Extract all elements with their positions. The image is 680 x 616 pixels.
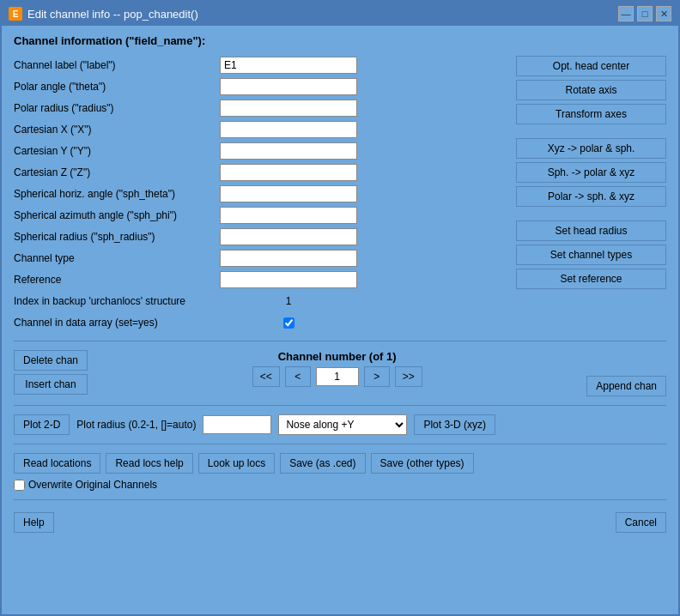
- field-input-z[interactable]: [220, 164, 357, 181]
- field-label-5: Cartesian Z ("Z"): [14, 166, 220, 178]
- field-label-9: Channel type: [14, 252, 220, 264]
- field-label-8: Spherical radius ("sph_radius"): [14, 231, 220, 243]
- divider-1: [14, 341, 666, 341]
- field-row-x: Cartesian X ("X"): [14, 120, 507, 139]
- field-label-10: Reference: [14, 274, 220, 286]
- field-label-0: Channel label ("label"): [14, 59, 220, 71]
- prev-button[interactable]: <: [285, 366, 311, 387]
- channel-number-input[interactable]: [316, 367, 359, 386]
- nav-buttons-row: << < > >>: [252, 366, 422, 387]
- field-label-7: Spherical azimuth angle ("sph_phi"): [14, 209, 220, 221]
- field-row-theta: Polar angle ("theta"): [14, 77, 507, 96]
- look-up-locs-button[interactable]: Look up locs: [198, 453, 275, 474]
- overwrite-row: Overwrite Original Channels: [14, 479, 666, 491]
- divider-4: [14, 499, 666, 500]
- field-label-3: Cartesian X ("X"): [14, 124, 220, 136]
- right-spacer-1: [516, 128, 666, 135]
- minimize-button[interactable]: —: [618, 6, 634, 21]
- field-label-4: Cartesian Y ("Y"): [14, 145, 220, 157]
- field-row-inarray: Channel in data array (set=yes): [14, 313, 507, 332]
- help-button[interactable]: Help: [14, 512, 54, 533]
- next-next-button[interactable]: >>: [395, 366, 422, 387]
- cancel-button[interactable]: Cancel: [616, 512, 666, 533]
- field-label-1: Polar angle ("theta"): [14, 81, 220, 93]
- main-content: Channel information ("field_name"): Chan…: [2, 26, 678, 614]
- window-title: Edit channel info -- pop_chanedit(): [27, 8, 198, 21]
- field-row-spht: Spherical horiz. angle ("sph_theta"): [14, 184, 507, 203]
- titlebar-left: E Edit channel info -- pop_chanedit(): [9, 7, 198, 21]
- field-row-chantype: Channel type: [14, 249, 507, 268]
- append-col: Append chan: [586, 350, 666, 396]
- insert-chan-button[interactable]: Insert chan: [14, 374, 88, 395]
- field-row-sphp: Spherical azimuth angle ("sph_phi"): [14, 206, 507, 225]
- locations-row: Read locations Read locs help Look up lo…: [14, 453, 666, 474]
- field-value-index: 1: [220, 295, 357, 307]
- chan-nav-area: Channel number (of 1) << < > >>: [96, 350, 578, 387]
- channel-number-label: Channel number (of 1): [278, 350, 397, 363]
- sph-polar-xyz-button[interactable]: Sph. -> polar & xyz: [516, 162, 666, 183]
- field-row-y: Cartesian Y ("Y"): [14, 142, 507, 160]
- field-input-theta[interactable]: [220, 78, 357, 95]
- xyz-polar-sph-button[interactable]: Xyz -> polar & sph.: [516, 138, 666, 159]
- delete-chan-button[interactable]: Delete chan: [14, 350, 88, 371]
- field-input-spht[interactable]: [220, 185, 357, 202]
- fields-left: Channel label ("label") Polar angle ("th…: [14, 56, 507, 332]
- field-label-2: Polar radius ("radius"): [14, 102, 220, 114]
- app-icon: E: [9, 7, 22, 21]
- opt-head-center-button[interactable]: Opt. head center: [516, 56, 666, 76]
- prev-prev-button[interactable]: <<: [252, 366, 280, 387]
- set-head-radius-button[interactable]: Set head radius: [516, 220, 666, 241]
- titlebar-controls: — □ ✕: [618, 6, 671, 21]
- close-button[interactable]: ✕: [656, 6, 671, 21]
- right-buttons-area: Opt. head center Rotate axis Transform a…: [516, 56, 666, 332]
- plot2d-button[interactable]: Plot 2-D: [14, 414, 70, 435]
- nose-select[interactable]: Nose along +Y Nose along +X Nose along -…: [278, 414, 407, 435]
- field-input-sphr[interactable]: [220, 228, 357, 245]
- read-locs-help-button[interactable]: Read locs help: [106, 453, 192, 474]
- footer-row: Help Cancel: [14, 512, 666, 533]
- field-input-chantype[interactable]: [220, 250, 357, 267]
- transform-axes-button[interactable]: Transform axes: [516, 104, 666, 124]
- field-label-12: Channel in data array (set=yes): [14, 317, 220, 329]
- plot3d-button[interactable]: Plot 3-D (xyz): [414, 414, 495, 435]
- save-ced-button[interactable]: Save (as .ced): [280, 453, 365, 474]
- field-input-ref[interactable]: [220, 271, 357, 288]
- set-channel-types-button[interactable]: Set channel types: [516, 245, 666, 265]
- plot-radius-input[interactable]: [203, 415, 271, 434]
- plot-row: Plot 2-D Plot radius (0.2-1, []=auto) No…: [14, 414, 666, 435]
- divider-3: [14, 444, 666, 444]
- fields-area: Channel label ("label") Polar angle ("th…: [14, 56, 666, 332]
- section-title: Channel information ("field_name"):: [14, 34, 666, 47]
- delete-insert-col: Delete chan Insert chan: [14, 350, 88, 395]
- field-input-sphp[interactable]: [220, 207, 357, 224]
- field-row-index: Index in backup 'urchanlocs' structure 1: [14, 292, 507, 311]
- field-row-z: Cartesian Z ("Z"): [14, 163, 507, 182]
- maximize-button[interactable]: □: [637, 6, 653, 21]
- field-label-6: Spherical horiz. angle ("sph_theta"): [14, 188, 220, 200]
- right-spacer-2: [516, 210, 666, 217]
- field-label-11: Index in backup 'urchanlocs' structure: [14, 295, 220, 307]
- field-input-x[interactable]: [220, 121, 357, 138]
- field-row-ref: Reference: [14, 270, 507, 289]
- overwrite-label: Overwrite Original Channels: [28, 479, 157, 491]
- titlebar: E Edit channel info -- pop_chanedit() — …: [2, 2, 678, 26]
- field-input-label[interactable]: [220, 57, 357, 74]
- divider-2: [14, 405, 666, 406]
- read-locations-button[interactable]: Read locations: [14, 453, 100, 474]
- field-row-label: Channel label ("label"): [14, 56, 507, 75]
- plot-radius-label: Plot radius (0.2-1, []=auto): [76, 419, 196, 431]
- overwrite-checkbox[interactable]: [14, 480, 25, 491]
- field-input-radius[interactable]: [220, 100, 357, 117]
- rotate-axis-button[interactable]: Rotate axis: [516, 80, 666, 100]
- checkbox-inarray[interactable]: [283, 317, 294, 329]
- save-other-button[interactable]: Save (other types): [371, 453, 474, 474]
- polar-sph-xyz-button[interactable]: Polar -> sph. & xyz: [516, 186, 666, 207]
- field-row-radius: Polar radius ("radius"): [14, 99, 507, 118]
- bottom-section: Delete chan Insert chan Channel number (…: [14, 350, 666, 533]
- field-input-y[interactable]: [220, 142, 357, 160]
- next-button[interactable]: >: [364, 366, 390, 387]
- append-chan-button[interactable]: Append chan: [586, 376, 666, 396]
- field-row-sphr: Spherical radius ("sph_radius"): [14, 227, 507, 246]
- set-reference-button[interactable]: Set reference: [516, 269, 666, 289]
- field-checkbox-inarray: [220, 317, 357, 329]
